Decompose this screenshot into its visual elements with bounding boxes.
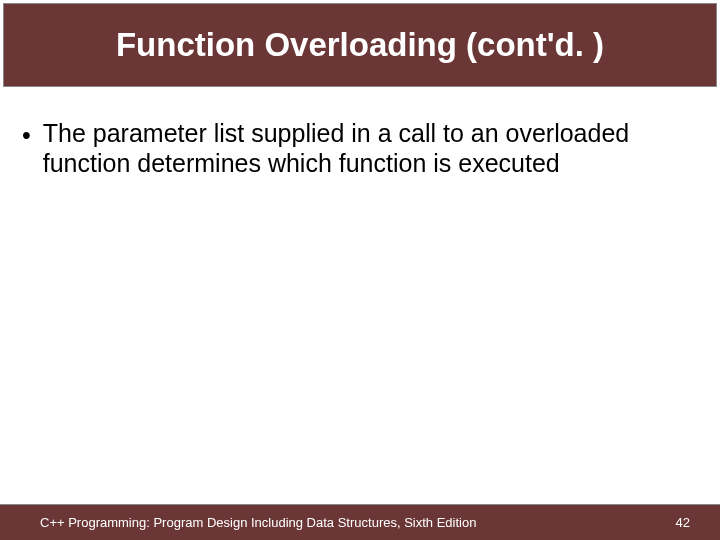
page-number: 42: [676, 515, 690, 530]
footer: C++ Programming: Program Design Includin…: [0, 504, 720, 540]
title-bar: Function Overloading (cont'd. ): [3, 3, 717, 87]
bullet-item: • The parameter list supplied in a call …: [22, 118, 680, 178]
bullet-text: The parameter list supplied in a call to…: [43, 118, 680, 178]
footer-reference: C++ Programming: Program Design Includin…: [40, 515, 476, 530]
slide-title: Function Overloading (cont'd. ): [14, 26, 706, 64]
bullet-marker: •: [22, 120, 31, 150]
content-area: • The parameter list supplied in a call …: [22, 118, 680, 178]
